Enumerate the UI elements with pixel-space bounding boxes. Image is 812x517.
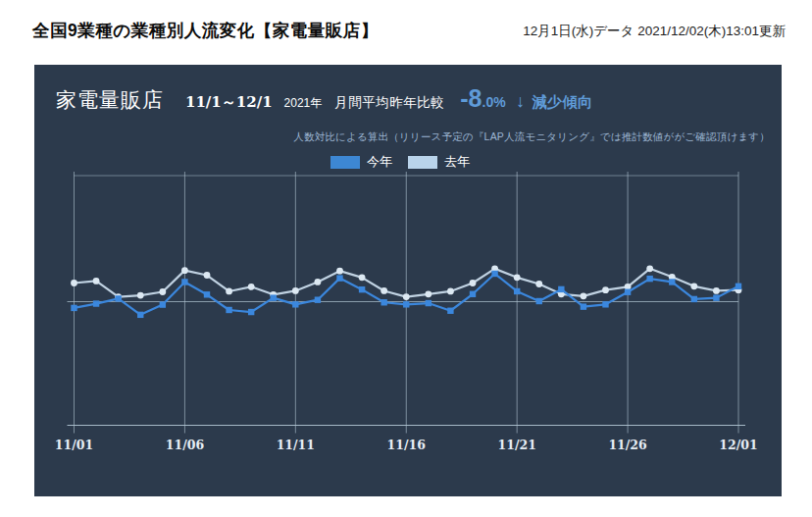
update-timestamp: 12月1日(水)データ 2021/12/02(木)13:01更新 <box>523 23 786 40</box>
data-point-marker <box>514 274 521 281</box>
data-point-marker <box>491 271 497 277</box>
data-point-marker <box>426 300 431 306</box>
data-point-marker <box>315 297 321 303</box>
data-point-marker <box>292 301 298 307</box>
data-point-marker <box>204 272 211 279</box>
data-point-marker <box>425 290 431 297</box>
data-point-marker <box>71 280 77 286</box>
data-point-marker <box>403 301 409 307</box>
data-point-marker <box>93 300 99 306</box>
x-tick-label: 11/11 <box>277 438 315 452</box>
traffic-line-chart: 11/0111/0611/1111/1611/2111/2612/01 <box>34 65 782 496</box>
page-title: 全国9業種の業種別人流変化【家電量販店】 <box>32 19 379 42</box>
data-point-marker <box>160 301 166 307</box>
data-point-marker <box>470 291 476 297</box>
data-point-marker <box>581 303 586 309</box>
data-point-marker <box>535 281 542 287</box>
data-point-marker <box>736 284 741 289</box>
data-point-marker <box>336 268 343 275</box>
x-tick-label: 11/21 <box>497 438 535 452</box>
data-point-marker <box>226 307 231 313</box>
data-point-marker <box>359 274 366 281</box>
data-point-marker <box>248 284 255 290</box>
data-point-marker <box>271 294 277 300</box>
data-point-marker <box>581 292 587 299</box>
data-point-marker <box>381 299 386 305</box>
data-point-marker <box>359 286 365 292</box>
data-point-marker <box>713 287 720 294</box>
data-point-marker <box>181 279 187 284</box>
data-point-marker <box>514 288 520 294</box>
x-tick-label: 11/06 <box>166 438 205 452</box>
data-point-marker <box>625 289 631 295</box>
data-point-marker <box>204 291 210 297</box>
data-point-marker <box>93 278 100 284</box>
data-point-marker <box>137 292 144 299</box>
data-point-marker <box>646 265 653 272</box>
data-point-marker <box>646 276 652 282</box>
chart-panel: 家電量販店 11/1～12/1 2021年 月間平均昨年比較 -8.0% ↓ 減… <box>34 65 782 496</box>
data-point-marker <box>181 267 188 274</box>
x-tick-label: 11/16 <box>387 438 427 452</box>
data-point-marker <box>315 279 322 285</box>
data-point-marker <box>690 283 697 289</box>
data-point-marker <box>447 288 454 295</box>
data-point-marker <box>403 293 410 300</box>
data-point-marker <box>115 295 121 301</box>
data-point-marker <box>602 286 609 293</box>
data-point-marker <box>691 296 697 302</box>
x-tick-label: 11/01 <box>55 438 93 452</box>
data-point-marker <box>713 294 719 300</box>
data-point-marker <box>71 305 76 311</box>
data-point-marker <box>336 275 342 281</box>
data-point-marker <box>159 288 166 295</box>
data-point-marker <box>669 279 675 284</box>
data-point-marker <box>470 280 477 286</box>
x-tick-label: 12/01 <box>719 438 757 452</box>
x-tick-label: 11/26 <box>608 438 647 452</box>
data-point-marker <box>447 308 453 314</box>
data-point-marker <box>292 287 299 294</box>
data-point-marker <box>137 312 143 318</box>
data-point-marker <box>558 286 564 292</box>
data-point-marker <box>248 309 254 315</box>
data-point-marker <box>226 288 232 295</box>
data-point-marker <box>381 287 387 294</box>
data-point-marker <box>536 298 542 304</box>
data-point-marker <box>602 301 608 307</box>
